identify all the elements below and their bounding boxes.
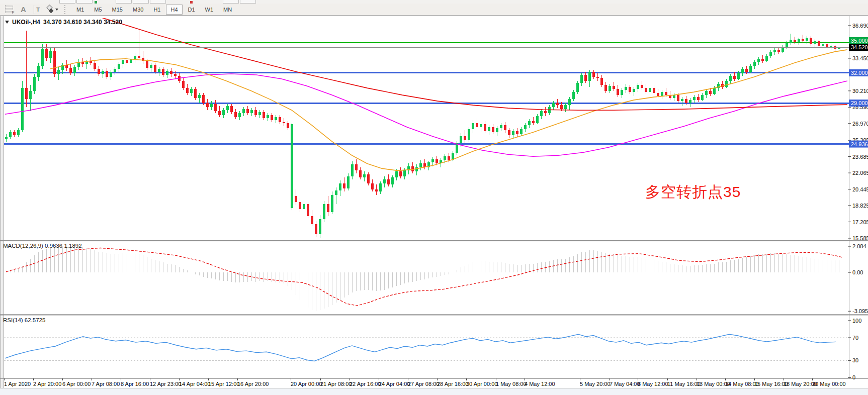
cropped-button <box>223 0 239 4</box>
timeframe-button-mn[interactable]: MN <box>219 5 236 15</box>
cropped-button <box>76 0 93 4</box>
chart-text-annotation: 多空转折点35 <box>645 182 741 203</box>
svg-text:33.450: 33.450 <box>852 55 868 61</box>
svg-text:18.825: 18.825 <box>852 203 868 209</box>
timeframe-button-d1[interactable]: D1 <box>184 5 200 15</box>
svg-text:7 May 04:00: 7 May 04:00 <box>610 381 640 387</box>
collapse-triangle-icon[interactable] <box>5 21 9 24</box>
timeframe-button-h1[interactable]: H1 <box>149 5 165 15</box>
svg-text:30: 30 <box>852 357 858 363</box>
svg-text:17.205: 17.205 <box>852 219 868 225</box>
svg-text:8 Apr 16:00: 8 Apr 16:00 <box>121 381 149 387</box>
svg-text:2.084: 2.084 <box>852 243 866 249</box>
timeframe-group: M1M5M15M30H1H4D1W1MN <box>71 5 237 15</box>
svg-text:4 May 12:00: 4 May 12:00 <box>525 381 555 387</box>
timeframe-button-w1[interactable]: W1 <box>201 5 218 15</box>
svg-text:36.690: 36.690 <box>852 23 868 29</box>
cropped-button <box>133 0 149 4</box>
svg-text:32.000: 32.000 <box>851 70 868 76</box>
price-level-box: 35.000 <box>849 37 868 44</box>
svg-text:7 Apr 08:00: 7 Apr 08:00 <box>92 381 120 387</box>
svg-text:23.685: 23.685 <box>852 154 868 160</box>
template-grid-button[interactable]: F <box>2 4 16 15</box>
svg-text:21 Apr 08:00: 21 Apr 08:00 <box>320 381 352 387</box>
svg-text:15.585: 15.585 <box>852 235 868 241</box>
svg-text:20.445: 20.445 <box>852 186 868 192</box>
toolbar: F A T M1M5M15M30H1H4D1W1MN <box>0 4 868 16</box>
svg-text:14 May 08:00: 14 May 08:00 <box>725 381 759 387</box>
svg-text:35.000: 35.000 <box>851 38 868 44</box>
grid-f-icon: F <box>5 6 13 13</box>
rsi-indicator-label: RSI(14) 62.5725 <box>3 317 45 323</box>
dropdown-caret-icon <box>55 9 58 11</box>
chart-title: UKOil-,H4 34.370 34.610 34.340 34.520 <box>5 19 122 26</box>
svg-text:24.936: 24.936 <box>851 141 868 147</box>
price-level-box: 34.520 <box>849 44 868 51</box>
text-tool-icon: T <box>34 5 42 14</box>
timeframe-button-h4[interactable]: H4 <box>166 5 182 15</box>
svg-text:8 May 12:00: 8 May 12:00 <box>638 381 668 387</box>
svg-text:28 Apr 16:00: 28 Apr 16:00 <box>437 381 468 387</box>
symbol-period-label: UKOil-,H4 <box>12 19 40 26</box>
svg-text:0.00: 0.00 <box>852 269 863 275</box>
svg-text:100: 100 <box>852 318 861 324</box>
horizontal-scrollbar[interactable] <box>0 388 868 395</box>
svg-text:6 Apr 00:00: 6 Apr 00:00 <box>62 381 91 387</box>
svg-text:22 Apr 16:00: 22 Apr 16:00 <box>350 381 381 387</box>
cropped-menu-row <box>0 0 868 4</box>
svg-text:34.520: 34.520 <box>851 44 868 50</box>
cropped-button <box>240 0 256 4</box>
svg-text:20 May 00:00: 20 May 00:00 <box>812 381 846 387</box>
price-level-box: 24.936 <box>849 141 868 148</box>
svg-text:12 Apr 23:00: 12 Apr 23:00 <box>150 381 181 387</box>
svg-text:30 Apr 00:00: 30 Apr 00:00 <box>466 381 497 387</box>
svg-text:22.065: 22.065 <box>852 170 868 176</box>
chart-window: 36.69033.45030.21028.59026.97025.30523.6… <box>0 16 868 395</box>
chart-canvas[interactable]: 36.69033.45030.21028.59026.97025.30523.6… <box>0 16 868 395</box>
shapes-dropdown-button[interactable] <box>46 4 60 15</box>
svg-text:15 Apr 12:00: 15 Apr 12:00 <box>208 381 239 387</box>
font-label-button[interactable]: A <box>17 4 30 15</box>
svg-text:27 Apr 08:00: 27 Apr 08:00 <box>408 381 439 387</box>
svg-text:30.210: 30.210 <box>852 88 868 94</box>
timeframe-button-m5[interactable]: M5 <box>90 5 106 15</box>
svg-text:2 Apr 20:00: 2 Apr 20:00 <box>33 381 61 387</box>
macd-indicator-label: MACD(12,26,9) 0.9636 1.1892 <box>3 243 82 249</box>
font-a-icon: A <box>21 6 26 13</box>
svg-text:1 Apr 2020: 1 Apr 2020 <box>4 381 31 387</box>
cropped-button <box>116 0 132 4</box>
svg-text:20 Apr 00:00: 20 Apr 00:00 <box>291 381 322 387</box>
timeframe-button-m15[interactable]: M15 <box>108 5 127 15</box>
price-level-box: 29.000 <box>849 100 868 107</box>
svg-text:0: 0 <box>852 374 855 380</box>
cropped-button <box>150 0 166 4</box>
timeframe-button-m1[interactable]: M1 <box>72 5 89 15</box>
svg-text:16 Apr 20:00: 16 Apr 20:00 <box>237 381 269 387</box>
svg-text:-3.0957: -3.0957 <box>852 308 868 314</box>
svg-text:11 May 16:00: 11 May 16:00 <box>667 381 701 387</box>
toolbar-drag-handle[interactable] <box>64 5 68 14</box>
svg-text:70: 70 <box>852 335 858 341</box>
svg-text:14 Apr 04:00: 14 Apr 04:00 <box>179 381 210 387</box>
svg-text:24 Apr 04:00: 24 Apr 04:00 <box>379 381 410 387</box>
timeframe-button-m30[interactable]: M30 <box>128 5 148 15</box>
svg-text:5 May 20:00: 5 May 20:00 <box>580 381 611 387</box>
price-level-box: 32.000 <box>849 69 868 76</box>
text-tool-button[interactable]: T <box>31 4 45 15</box>
svg-text:15 May 16:00: 15 May 16:00 <box>754 381 788 387</box>
svg-text:29.000: 29.000 <box>851 100 868 106</box>
ohlc-values: 34.370 34.610 34.340 34.520 <box>43 19 122 26</box>
cropped-button <box>59 0 75 4</box>
svg-text:26.970: 26.970 <box>852 121 868 127</box>
svg-text:1 May 08:00: 1 May 08:00 <box>496 381 527 387</box>
